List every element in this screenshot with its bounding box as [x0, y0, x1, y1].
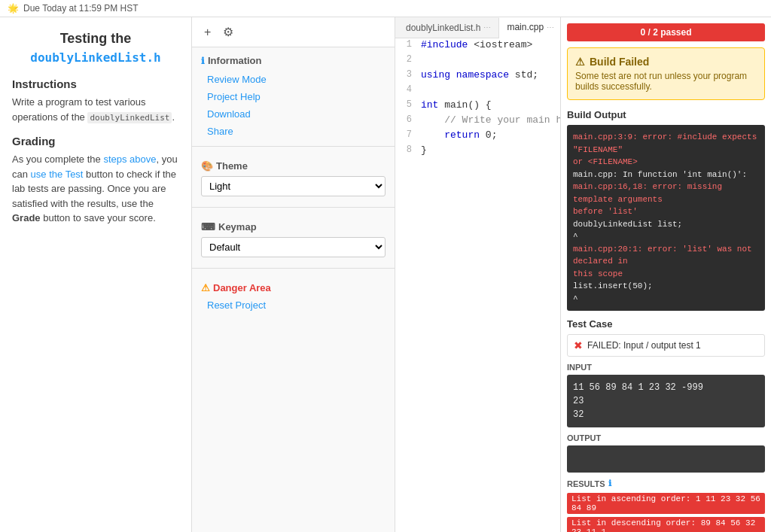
input-box: 11 56 89 84 1 23 32 -9992332 — [567, 375, 765, 427]
editor-panel: doublyLinkedList.h ⋯ main.cpp ⋯ 1 #inclu… — [395, 17, 560, 532]
code-line-6: 6 // Write your main here — [395, 114, 560, 129]
results-label: RESULTS ℹ — [567, 479, 765, 488]
test-case-header: Test Case — [567, 318, 765, 330]
project-help-link[interactable]: Project Help — [192, 88, 395, 105]
build-failed-desc: Some test are not run unless your progra… — [575, 71, 757, 92]
build-output-box: main.cpp:3:9: error: #include expects "F… — [567, 125, 765, 311]
due-icon: 🌟 — [8, 3, 19, 14]
build-failed-title: ⚠ Build Failed — [575, 56, 757, 68]
theme-label: 🎨 Theme — [201, 160, 386, 172]
output-box — [567, 445, 765, 473]
middle-toolbar: + ⚙ — [192, 17, 395, 47]
add-button[interactable]: + — [201, 24, 214, 41]
reset-project-link[interactable]: Reset Project — [192, 296, 395, 314]
code-line-3: 3 using namespace std; — [395, 68, 560, 84]
code-line-8: 8 } — [395, 144, 560, 159]
keymap-label: ⌨ Keymap — [201, 221, 386, 233]
x-icon: ✖ — [574, 339, 583, 351]
warning-build-icon: ⚠ — [575, 56, 585, 68]
due-text: Due Today at 11:59 PM HST — [23, 3, 139, 14]
results-info-icon: ℹ — [608, 479, 611, 488]
result-badge-0: List in ascending order: 1 11 23 32 56 8… — [567, 493, 765, 514]
test-case-section: Test Case ✖ FAILED: Input / output test … — [561, 318, 771, 532]
review-mode-link[interactable]: Review Mode — [192, 71, 395, 88]
code-line-7: 7 return 0; — [395, 129, 560, 144]
info-icon: ℹ — [201, 56, 205, 66]
share-link[interactable]: Share — [192, 123, 395, 140]
grading-title: Grading — [12, 135, 179, 147]
settings-button[interactable]: ⚙ — [220, 23, 236, 41]
right-panel: 0 / 2 passed ⚠ Build Failed Some test ar… — [560, 17, 771, 532]
keymap-select[interactable]: Default Vim Emacs — [201, 237, 386, 257]
top-bar: 🌟 Due Today at 11:59 PM HST — [0, 0, 771, 17]
tabs-bar: doublyLinkedList.h ⋯ main.cpp ⋯ — [395, 17, 560, 38]
palette-icon: 🎨 — [201, 160, 213, 172]
warning-icon: ⚠ — [201, 282, 210, 293]
grading-text: As you complete the steps above, you can… — [12, 152, 179, 226]
tab-menu-icon-0[interactable]: ⋯ — [483, 23, 491, 32]
keymap-subsection: ⌨ Keymap Default Vim Emacs — [192, 214, 395, 262]
theme-subsection: 🎨 Theme Light Dark — [192, 153, 395, 201]
code-editor[interactable]: 1 #include <iostream> 2 3 using namespac… — [395, 38, 560, 532]
danger-header: ⚠ Danger Area — [192, 275, 395, 296]
keyboard-icon: ⌨ — [201, 221, 215, 233]
tab-menu-icon-1[interactable]: ⋯ — [547, 23, 554, 32]
code-line-4: 4 — [395, 84, 560, 99]
code-line-5: 5 int main() { — [395, 99, 560, 114]
tab-main-cpp[interactable]: main.cpp ⋯ — [499, 17, 560, 38]
code-line-2: 2 — [395, 53, 560, 68]
tab-doublylinkedlist[interactable]: doublyLinkedList.h ⋯ — [398, 18, 499, 38]
left-panel: Testing the doublyLinkedList.h Instructi… — [0, 17, 192, 532]
test-failed-badge: ✖ FAILED: Input / output test 1 — [567, 334, 765, 357]
theme-select[interactable]: Light Dark — [201, 176, 386, 196]
test-failed-label: FAILED: Input / output test 1 — [587, 340, 701, 351]
instructions-title: Instructions — [12, 78, 179, 90]
build-output-title: Build Output — [561, 106, 771, 125]
instructions-text: Write a program to test various operatio… — [12, 95, 179, 124]
result-badges: List in ascending order: 1 11 23 32 56 8… — [567, 493, 765, 532]
code-line-1: 1 #include <iostream> — [395, 38, 560, 53]
output-label: OUTPUT — [567, 433, 765, 442]
middle-panel: + ⚙ ℹ Information Review Mode Project He… — [192, 17, 395, 532]
input-label: INPUT — [567, 363, 765, 372]
build-failed-box: ⚠ Build Failed Some test are not run unl… — [567, 47, 765, 100]
score-badge: 0 / 2 passed — [567, 23, 765, 41]
page-title: Testing the doublyLinkedList.h — [12, 29, 179, 67]
information-section: ℹ Information — [192, 47, 395, 71]
download-link[interactable]: Download — [192, 105, 395, 123]
result-badge-1: List in descending order: 89 84 56 32 23… — [567, 517, 765, 532]
